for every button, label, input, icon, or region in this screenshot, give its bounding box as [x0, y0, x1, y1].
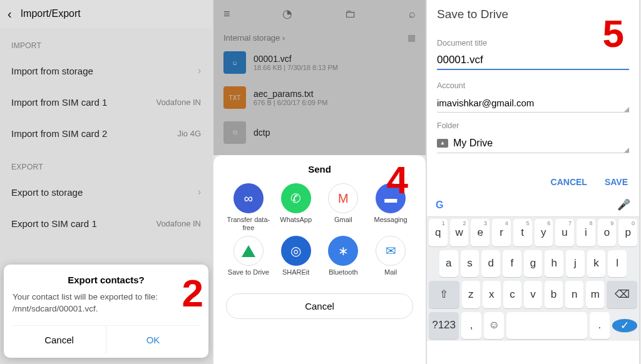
- keyboard: G 🎤 q1w2e3r4t5y6u7i8o9p0 asdfghjkl ⇧ zxc…: [427, 193, 639, 341]
- drive-icon: [233, 236, 264, 266]
- doctitle-input[interactable]: [437, 51, 629, 70]
- doctitle-label: Document title: [437, 39, 629, 48]
- key-h[interactable]: h: [545, 250, 563, 278]
- key-t[interactable]: t5: [513, 219, 532, 246]
- shareit-icon: ◎: [281, 236, 311, 266]
- key-i[interactable]: i8: [577, 219, 595, 246]
- key-f[interactable]: f: [503, 250, 521, 278]
- export-dialog: Export contacts? Your contact list will …: [4, 265, 208, 358]
- key-j[interactable]: j: [566, 250, 585, 278]
- dropdown-icon: [624, 107, 629, 112]
- share-gmail[interactable]: MGmail: [320, 183, 367, 232]
- key-x[interactable]: x: [483, 281, 501, 308]
- key-d[interactable]: d: [481, 250, 500, 278]
- key-k[interactable]: k: [587, 250, 606, 278]
- mic-icon[interactable]: 🎤: [617, 198, 630, 211]
- key-p[interactable]: p0: [618, 219, 637, 246]
- key-w[interactable]: w2: [450, 219, 469, 246]
- share-shareit[interactable]: ◎SHAREit: [272, 236, 320, 285]
- cancel-button[interactable]: Cancel: [226, 293, 413, 319]
- key-c[interactable]: c: [503, 281, 521, 308]
- save-button[interactable]: SAVE: [605, 177, 628, 187]
- share-bluetooth[interactable]: ∗Bluetooth: [320, 236, 367, 285]
- modal-overlay: [213, 0, 426, 155]
- shift-key[interactable]: ⇧: [429, 281, 459, 308]
- key-o[interactable]: o9: [598, 219, 617, 246]
- share-whatsapp[interactable]: ✆WhatsApp: [272, 183, 320, 232]
- gmail-icon: M: [328, 183, 358, 213]
- backspace-key[interactable]: ⌫: [607, 281, 637, 308]
- key-y[interactable]: y6: [535, 219, 553, 246]
- key-q[interactable]: q1: [429, 219, 448, 246]
- key-m[interactable]: m: [586, 281, 604, 308]
- cancel-button[interactable]: CANCEL: [551, 177, 587, 187]
- key-n[interactable]: n: [565, 281, 583, 308]
- account-label: Account: [437, 81, 629, 90]
- share-mail[interactable]: ✉Mail: [367, 236, 414, 285]
- share-transfer-data-free[interactable]: ∞Transfer data-free: [225, 183, 272, 232]
- key-r[interactable]: r4: [492, 219, 511, 246]
- key-s[interactable]: s: [461, 250, 479, 278]
- dropdown-icon: [624, 148, 629, 153]
- key-a[interactable]: a: [439, 250, 458, 278]
- folder-label: Folder: [437, 121, 629, 130]
- share-save-to-drive[interactable]: Save to Drive: [225, 236, 272, 285]
- cancel-button[interactable]: Cancel: [13, 326, 106, 354]
- key-u[interactable]: u7: [555, 219, 574, 246]
- symbols-key[interactable]: ?123: [429, 312, 459, 340]
- key-e[interactable]: e3: [471, 219, 490, 246]
- key-b[interactable]: b: [545, 281, 563, 308]
- key-g[interactable]: g: [524, 250, 543, 278]
- emoji-key[interactable]: ☺: [484, 312, 504, 340]
- google-icon[interactable]: G: [436, 200, 443, 211]
- mail-icon: ✉: [376, 236, 406, 266]
- comma-key[interactable]: ,: [461, 312, 481, 340]
- key-l[interactable]: l: [608, 250, 627, 278]
- key-v[interactable]: v: [524, 281, 542, 308]
- step-number: 2: [182, 271, 203, 315]
- enter-key[interactable]: ✓: [612, 319, 637, 332]
- dialog-message: Your contact list will be exported to fi…: [13, 291, 200, 315]
- space-key[interactable]: [506, 312, 587, 340]
- step-number: 4: [387, 158, 408, 202]
- bluetooth-icon: ∗: [328, 236, 358, 266]
- whatsapp-icon: ✆: [281, 183, 311, 213]
- dialog-title: Export contacts?: [13, 275, 200, 285]
- folder-selector[interactable]: My Drive: [437, 134, 629, 153]
- ok-button[interactable]: OK: [106, 326, 200, 354]
- key-z[interactable]: z: [462, 281, 480, 308]
- account-selector[interactable]: imavishkar@gmail.com: [437, 94, 629, 113]
- infinity-icon: ∞: [233, 183, 264, 213]
- period-key[interactable]: .: [590, 312, 610, 340]
- drive-icon: [437, 139, 448, 148]
- step-number: 5: [603, 11, 624, 56]
